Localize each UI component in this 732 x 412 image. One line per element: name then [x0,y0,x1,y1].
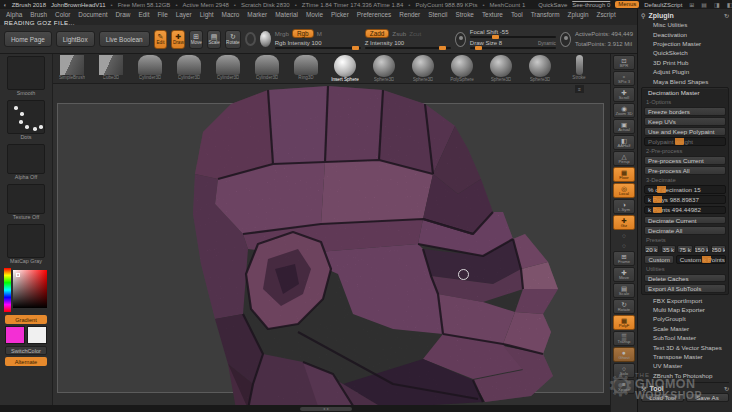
custom-button[interactable]: Custom [644,255,674,264]
menu-item-transform[interactable]: Transform [531,11,560,18]
live-boolean-button[interactable]: Live Boolean [99,31,150,47]
menu-item-marker[interactable]: Marker [247,11,267,18]
quick-pick-item[interactable]: Stroke [562,55,596,83]
pct-decimation-slider[interactable]: % of decimation 15 [644,185,726,194]
m-button[interactable]: M [317,30,322,37]
zplugin-palette-header[interactable]: ⚲ Zplugin ↻ [641,10,729,20]
frame-button[interactable]: ⊞Frame [613,251,635,266]
menu-item-stencil[interactable]: Stencil [428,11,447,18]
menu-item-zscript[interactable]: Zscript [596,11,615,18]
solo-button[interactable]: ○Solo [613,363,635,378]
quick-pick-item[interactable]: PolySphere [445,55,479,83]
alternate-button[interactable]: Alternate [5,357,47,366]
alpha-preview-icon[interactable] [560,32,571,47]
z-intensity-slider[interactable]: Z Intensity 100 [365,40,451,49]
restore-icon[interactable]: ↻ [724,12,729,19]
layout-icon[interactable]: ▤ [701,1,707,8]
zcut-button[interactable]: Zcut [409,30,421,37]
keep-polypaint-button[interactable]: Use and Keep Polypaint [644,127,726,136]
screens-icon[interactable]: ⊞ [689,1,694,8]
local-button[interactable]: ◎Local [613,183,635,198]
menu-item-edit[interactable]: Edit [138,11,149,18]
quick-pick-item[interactable]: Sphere3D [484,55,518,83]
floor-button[interactable]: ▦Floor [613,167,635,182]
projection-master-item[interactable]: Projection Master [641,39,729,48]
adjust-plugin-item[interactable]: Adjust Plugin [641,67,729,76]
current-material-thumb[interactable]: MatCap Gray [6,224,46,265]
menu-item-layer[interactable]: Layer [176,11,192,18]
scroll-right-icon[interactable]: ▸ [327,406,329,411]
saturation-square[interactable] [13,270,47,308]
menu-item-draw[interactable]: Draw [115,11,130,18]
orbit-dot-icon[interactable]: ○ [613,241,635,250]
preset-20k-button[interactable]: 20 k [644,245,659,254]
scale3d-button[interactable]: ▤Scale [613,283,635,298]
bpr-button[interactable]: ⊡BPR [613,55,635,70]
fbx-exportimport-item[interactable]: FBX ExportImport [641,296,729,305]
menu-item-render[interactable]: Render [399,11,420,18]
mrgb-button[interactable]: Mrgb [275,30,289,37]
preset-150k-button[interactable]: 150 k [694,245,709,254]
stroke-preview-icon[interactable] [455,32,466,47]
save-as-button[interactable]: Save As [686,393,729,402]
scroll-left-icon[interactable]: ◂ [323,406,325,411]
quick-pick-item[interactable]: Sphere3D [406,55,440,83]
tool-palette-header[interactable]: ⚒ Tool ↻ [641,382,729,393]
k-points-slider[interactable]: k Points 494.44982 [644,206,726,215]
paste-icon[interactable]: ◧ [727,1,732,8]
polypaint-weight-slider[interactable]: Polypaint weight [644,137,726,146]
persp-button[interactable]: △Persp [613,151,635,166]
decimation-master-title[interactable]: Decimation Master [644,89,726,97]
scrollbar-handle[interactable]: ◂ ▸ [300,407,352,411]
polyframe-button[interactable]: ▦PolyF [613,315,635,330]
move3d-button[interactable]: ✚Move [613,267,635,282]
default-zscript-button[interactable]: DefaultZScript [644,2,682,8]
zoom3d-button[interactable]: ◉Zoom 3D [613,103,635,118]
aahalf-button[interactable]: ◧AAHalf [613,135,635,150]
gradient-button[interactable]: Gradient [5,315,47,324]
sculpted-head-model[interactable] [53,84,610,405]
zbrush-to-photoshop-item[interactable]: ZBrush To Photoshop [641,371,729,380]
menu-item-texture[interactable]: Texture [482,11,503,18]
quick-pick-item-selected[interactable]: Insert Sphere [328,55,362,83]
custom-k-points-slider[interactable]: Custom k Points 30 [676,255,726,264]
move-mode-button[interactable]: ⊞ Move [189,30,203,49]
menu-item-material[interactable]: Material [275,11,298,18]
actual-button[interactable]: ▣Actual [613,119,635,134]
restore-icon[interactable]: ↻ [724,385,729,392]
load-tool-button[interactable]: Load Tool [641,393,684,402]
rgb-intensity-slider[interactable]: Rgb Intensity 100 [275,40,361,49]
deactivation-item[interactable]: Deactivation [641,29,729,38]
preset-35k-button[interactable]: 35 k [661,245,676,254]
decimate-all-button[interactable]: Decimate All [644,226,726,235]
misc-utilities-item[interactable]: Misc Utilities [641,20,729,29]
copy-icon[interactable]: ◨ [714,1,720,8]
quicksketch-item[interactable]: QuickSketch [641,48,729,57]
transp-button[interactable]: ▒Transp [613,331,635,346]
quick-pick-item[interactable]: Cylinder3D [133,55,167,83]
ghost-button[interactable]: ●Ghost [613,347,635,362]
export-all-subtools-button[interactable]: Export All SubTools [644,284,726,293]
freeze-borders-button[interactable]: Freeze borders [644,107,726,116]
quick-pick-item[interactable]: Sphere3D [523,55,557,83]
menu-item-brush[interactable]: Brush [30,11,47,18]
menus-toggle[interactable]: Menus [615,1,639,8]
bottom-scrollbar[interactable]: ◂ ▸ [0,405,610,412]
quick-pick-item[interactable]: Cylinder3D [250,55,284,83]
menu-item-picker[interactable]: Picker [331,11,349,18]
menu-item-color[interactable]: Color [55,11,70,18]
draw-size-slider[interactable]: Draw Size 8 Dynamic [470,40,556,49]
rotate-mode-button[interactable]: ↻ Rotate [225,30,241,49]
zadd-button[interactable]: Zadd [365,29,390,38]
current-brush-thumb[interactable]: Smooth [6,56,46,97]
home-page-button[interactable]: Home Page [4,31,52,47]
current-material-icon[interactable] [260,31,271,47]
gizmo-button[interactable]: ✚Giz [613,215,635,230]
menu-item-preferences[interactable]: Preferences [357,11,391,18]
menu-item-alpha[interactable]: Alpha [6,11,22,18]
quicksave-button[interactable]: QuickSave [538,2,567,8]
preset-250k-button[interactable]: 250 k [711,245,726,254]
menu-item-movie[interactable]: Movie [306,11,323,18]
switch-color-button[interactable]: SwitchColor [5,346,47,355]
menu-item-tool[interactable]: Tool [511,11,523,18]
